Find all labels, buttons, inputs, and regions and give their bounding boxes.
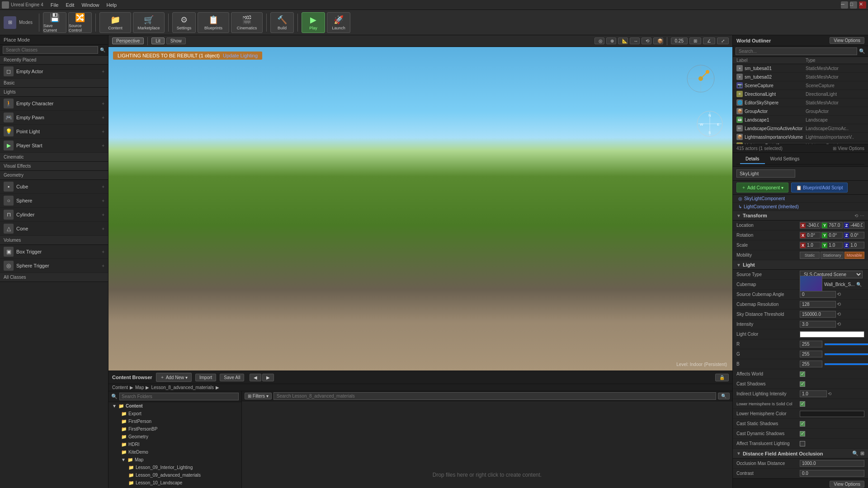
folder-firstpersonbp[interactable]: 📁 FirstPersonBP [108,425,241,433]
menu-edit[interactable]: Edit [62,1,78,9]
scale-z-input[interactable] [849,242,864,248]
window-maximize[interactable]: □ [850,1,857,9]
cubemap-angle-input[interactable] [800,291,836,298]
folder-lesson09-advanced[interactable]: 📁 Lesson_09_advanced_materials [108,471,241,479]
scale-x-input[interactable] [806,242,820,248]
save-current-button[interactable]: 💾 Save Current [43,12,66,33]
rotation-x-input[interactable] [806,232,820,238]
wo-item[interactable]: ▪ sm_tubesa02 StaticMeshActor [733,73,868,81]
folder-map[interactable]: ▼ 📁 Map [108,456,241,464]
g-slider[interactable] [824,353,868,355]
wo-item[interactable]: 🏔 Landscape1 Landscape [733,116,868,124]
list-item[interactable]: ▣ Box Trigger + [0,245,108,259]
folder-kitedemo[interactable]: 📁 KiteDemo [108,448,241,456]
list-item[interactable]: 🚶 Empty Character + [0,97,108,111]
affects-world-checkbox[interactable]: ✓ [800,371,805,377]
folder-export[interactable]: 📁 Export [108,410,241,418]
settings-button[interactable]: ⚙ Settings [172,12,196,33]
filters-button[interactable]: ⊞ Filters ▾ [245,393,272,399]
menu-help[interactable]: Help [103,1,121,9]
angle-reset[interactable]: ⟲ [837,291,841,297]
lower-hemisphere-solid-checkbox[interactable]: ✓ [800,401,805,407]
cinematic-category[interactable]: Cinematic [0,153,108,162]
content-button[interactable]: 📁 Content [99,12,131,33]
wo-view-options-btn[interactable]: ⊞ View Options [833,146,864,151]
lights-category[interactable]: Lights [0,88,108,97]
folder-lesson10[interactable]: 📁 Lesson_10_Landscape [108,479,241,487]
sky-distance-input[interactable] [800,311,836,318]
wo-item[interactable]: ▪ sm_tubesa01 StaticMeshActor [733,64,868,73]
vp-angle-snap[interactable]: ∠ [703,38,715,44]
marketplace-button[interactable]: 🛒 Marketplace [133,12,165,33]
perspective-btn[interactable]: Perspective [112,38,144,44]
df-filter-icon[interactable]: ⊞ [860,450,864,456]
wo-item[interactable]: 📦 LightmassImportanceVolume LightmassImp… [733,133,868,141]
tab-world-settings[interactable]: World Settings [765,155,805,164]
list-item[interactable]: ◎ Sphere Trigger + [0,259,108,273]
cubemap-resolution-input[interactable] [800,301,836,308]
folder-firstperson[interactable]: 📁 FirstPerson [108,418,241,425]
all-classes-category[interactable]: All Classes [0,273,108,282]
folder-content[interactable]: ▼ 📁 Content [108,402,241,410]
folder-lesson09-interior[interactable]: 📁 Lesson_09_Interior_Lighting [108,464,241,471]
g-input[interactable] [800,351,822,357]
vp-icon-4[interactable]: ↔ [630,38,640,44]
save-all-button[interactable]: Save All [220,374,244,381]
intensity-input[interactable] [800,321,836,328]
cast-shadows-checkbox[interactable]: ✓ [800,381,805,387]
list-item[interactable]: ▪ Cube + [0,180,108,194]
vp-icon-5[interactable]: ⟲ [642,38,651,44]
geometry-category[interactable]: Geometry [0,171,108,180]
wo-item[interactable]: 📦 GroupActor GroupActor [733,107,868,116]
list-item[interactable]: ◻ Empty Actor + [0,65,108,79]
intensity-reset[interactable]: ⟲ [837,321,841,327]
vp-scale-snap[interactable]: ⤢ [717,38,729,44]
rotation-y-input[interactable] [827,232,842,238]
folder-geometry[interactable]: 📁 Geometry [108,433,241,441]
cb-search-input[interactable] [274,392,716,400]
transform-section-header[interactable]: ▼ Transform ⟲ ⋯ [733,211,868,221]
add-new-button[interactable]: ＋ Add New ▾ [156,373,192,382]
wo-item[interactable]: ☀ DirectionalLight DirectionalLight [733,90,868,99]
mobility-stationary[interactable]: Stationary [821,252,844,259]
source-control-button[interactable]: 🔀 Source Control [68,12,92,33]
wo-view-options[interactable]: View Options [830,37,864,44]
update-lighting-link[interactable]: Update Lighting [223,53,258,58]
affect-translucent-checkbox[interactable] [800,441,805,446]
vp-icon-6[interactable]: 📦 [653,38,663,44]
folder-hdri[interactable]: 📁 HDRI [108,441,241,448]
build-button[interactable]: 🔨 Build [270,12,294,33]
indirect-lighting-reset[interactable]: ⟲ [828,391,831,396]
menu-window[interactable]: Window [78,1,103,9]
contrast-input[interactable] [800,470,864,477]
location-x-input[interactable] [806,222,820,228]
folder-search-input[interactable] [119,393,239,400]
lit-btn[interactable]: Lit [151,38,165,44]
list-item[interactable]: ⊓ Cylinder + [0,208,108,222]
location-z-input[interactable] [849,222,864,228]
wo-item[interactable]: 🌐 EditorSkyShpere StaticMeshActor [733,99,868,107]
breadcrumb-item-1[interactable]: Content [112,385,128,390]
rotation-z-input[interactable] [849,232,864,238]
scale-y-input[interactable] [827,242,842,248]
r-slider[interactable] [824,343,868,345]
cinematics-button[interactable]: 🎬 Cinematics [231,12,263,33]
transform-reset[interactable]: ⟲ [854,213,858,218]
lighting-warning[interactable]: LIGHTING NEEDS TO BE REBUILT (1 object) … [113,52,262,60]
cubemap-find-icon[interactable]: 🔍 [856,282,862,287]
sky-distance-reset[interactable]: ⟲ [837,311,841,317]
nav-forward-button[interactable]: ▶ [262,374,274,381]
skylight-component-item[interactable]: ◎ SkyLightComponent [733,195,868,203]
cast-dynamic-checkbox[interactable]: ✓ [800,431,805,436]
distance-field-section-header[interactable]: ▼ Distance Field Ambient Occlusion 🔍 ⊞ [733,449,868,459]
visual-effects-category[interactable]: Visual Effects [0,162,108,171]
r-input[interactable] [800,341,822,347]
resolution-reset[interactable]: ⟲ [837,301,841,307]
blueprint-script-button[interactable]: 📋 Blueprint/Add Script [791,183,848,192]
viewport[interactable]: N S W E LIGHTING NEEDS TO BE REBUILT (1 … [108,47,732,371]
window-minimize[interactable]: ─ [841,1,848,9]
show-btn[interactable]: Show [166,38,186,44]
breadcrumb-item-2[interactable]: Map [135,385,144,390]
place-search-input[interactable] [3,46,98,54]
df-search-icon[interactable]: 🔍 [852,450,859,456]
